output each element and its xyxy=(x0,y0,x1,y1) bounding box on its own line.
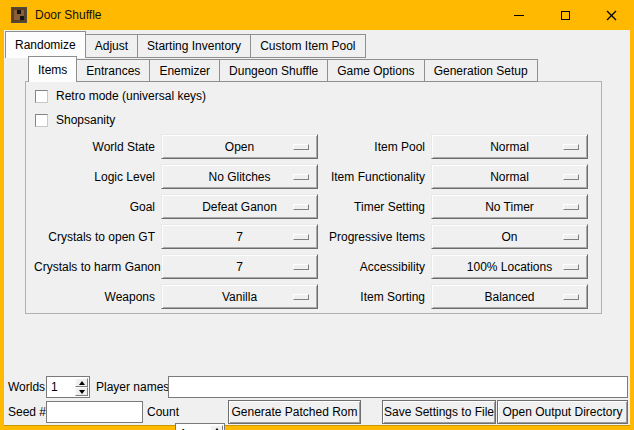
player-names-input[interactable] xyxy=(168,376,628,398)
crystals-gt-dropdown[interactable]: 7 xyxy=(161,224,318,249)
count-input[interactable] xyxy=(176,424,209,430)
retro-mode-row: Retro mode (universal keys) xyxy=(35,88,206,104)
accessibility-label: Accessibility xyxy=(314,260,431,274)
world-state-label: World State xyxy=(34,140,161,154)
worlds-spin-down-button[interactable] xyxy=(75,387,88,396)
seed-label: Seed # xyxy=(8,401,46,423)
count-spinbox xyxy=(175,423,225,430)
dropdown-indicator-icon xyxy=(293,264,309,270)
world-state-dropdown[interactable]: Open xyxy=(161,134,318,159)
minimize-button[interactable] xyxy=(496,0,542,30)
timer-setting-dropdown[interactable]: No Timer xyxy=(431,194,588,219)
arrow-up-icon xyxy=(79,381,85,385)
item-pool-dropdown[interactable]: Normal xyxy=(431,134,588,159)
tab-generation-setup[interactable]: Generation Setup xyxy=(424,59,538,82)
logic-level-row: Logic Level No Glitches xyxy=(34,164,318,189)
tab-adjust[interactable]: Adjust xyxy=(85,34,138,58)
item-pool-row: Item Pool Normal xyxy=(314,134,588,159)
shopsanity-checkbox[interactable] xyxy=(35,114,48,127)
item-functionality-label: Item Functionality xyxy=(314,170,431,184)
seed-input[interactable] xyxy=(46,401,143,423)
tab-randomize[interactable]: Randomize xyxy=(5,31,86,58)
close-icon xyxy=(606,10,617,21)
progressive-items-dropdown[interactable]: On xyxy=(431,224,588,249)
crystals-gt-row: Crystals to open GT 7 xyxy=(34,224,318,249)
logic-level-dropdown[interactable]: No Glitches xyxy=(161,164,318,189)
item-pool-label: Item Pool xyxy=(314,140,431,154)
dropdown-indicator-icon xyxy=(563,174,579,180)
worlds-spinbox xyxy=(46,376,90,398)
dropdown-indicator-icon xyxy=(293,234,309,240)
item-sorting-row: Item Sorting Balanced xyxy=(314,284,588,309)
dropdown-indicator-icon xyxy=(563,264,579,270)
dropdown-indicator-icon xyxy=(563,204,579,210)
accessibility-dropdown[interactable]: 100% Locations xyxy=(431,254,588,279)
item-functionality-dropdown[interactable]: Normal xyxy=(431,164,588,189)
tab-items[interactable]: Items xyxy=(28,56,77,82)
dropdown-indicator-icon xyxy=(563,294,579,300)
count-label: Count xyxy=(147,401,179,423)
dropdown-indicator-icon xyxy=(293,294,309,300)
accessibility-row: Accessibility 100% Locations xyxy=(314,254,588,279)
maximize-icon xyxy=(561,11,570,20)
items-tab-pane: Retro mode (universal keys) Shopsanity W… xyxy=(25,81,602,314)
timer-setting-label: Timer Setting xyxy=(314,200,431,214)
progressive-items-row: Progressive Items On xyxy=(314,224,588,249)
weapons-row: Weapons Vanilla xyxy=(34,284,318,309)
weapons-dropdown[interactable]: Vanilla xyxy=(161,284,318,309)
goal-row: Goal Defeat Ganon xyxy=(34,194,318,219)
tab-entrances[interactable]: Entrances xyxy=(76,59,150,82)
dropdown-indicator-icon xyxy=(293,144,309,150)
shopsanity-label: Shopsanity xyxy=(56,113,115,127)
app-window: Door Shuffle Randomize Adjust Starting I… xyxy=(0,0,634,430)
crystals-ganon-label: Crystals to harm Ganon xyxy=(34,260,161,274)
item-functionality-row: Item Functionality Normal xyxy=(314,164,588,189)
arrow-down-icon xyxy=(79,390,85,394)
weapons-label: Weapons xyxy=(34,290,161,304)
logic-level-label: Logic Level xyxy=(34,170,161,184)
options-column-left: World State Open Logic Level No Glitches… xyxy=(34,134,318,314)
dropdown-indicator-icon xyxy=(563,144,579,150)
worlds-label: Worlds xyxy=(8,376,45,398)
maximize-button[interactable] xyxy=(542,0,588,30)
retro-mode-label: Retro mode (universal keys) xyxy=(56,89,206,103)
tab-enemizer[interactable]: Enemizer xyxy=(149,59,220,82)
goal-dropdown[interactable]: Defeat Ganon xyxy=(161,194,318,219)
shopsanity-row: Shopsanity xyxy=(35,112,115,128)
item-sorting-label: Item Sorting xyxy=(314,290,431,304)
door-icon xyxy=(11,7,27,23)
item-sorting-dropdown[interactable]: Balanced xyxy=(431,284,588,309)
dropdown-indicator-icon xyxy=(293,174,309,180)
tab-dungeon-shuffle[interactable]: Dungeon Shuffle xyxy=(219,59,328,82)
world-state-row: World State Open xyxy=(34,134,318,159)
title-bar: Door Shuffle xyxy=(0,0,634,30)
options-column-right: Item Pool Normal Item Functionality Norm… xyxy=(314,134,588,314)
close-button[interactable] xyxy=(588,0,634,30)
progressive-items-label: Progressive Items xyxy=(314,230,431,244)
sub-tab-bar: Items Entrances Enemizer Dungeon Shuffle… xyxy=(28,56,538,82)
minimize-icon xyxy=(514,15,524,16)
save-settings-button[interactable]: Save Settings to File xyxy=(382,400,496,424)
crystals-gt-label: Crystals to open GT xyxy=(34,230,161,244)
crystals-ganon-row: Crystals to harm Ganon 7 xyxy=(34,254,318,279)
count-spin-up-button[interactable] xyxy=(210,425,223,430)
tab-starting-inventory[interactable]: Starting Inventory xyxy=(137,34,251,58)
open-output-directory-button[interactable]: Open Output Directory xyxy=(497,400,628,424)
player-names-label: Player names xyxy=(96,376,169,398)
crystals-ganon-dropdown[interactable]: 7 xyxy=(161,254,318,279)
goal-label: Goal xyxy=(34,200,161,214)
dropdown-indicator-icon xyxy=(563,234,579,240)
worlds-input[interactable] xyxy=(47,377,74,397)
timer-setting-row: Timer Setting No Timer xyxy=(314,194,588,219)
retro-mode-checkbox[interactable] xyxy=(35,90,48,103)
generate-patched-rom-button[interactable]: Generate Patched Rom xyxy=(228,400,361,424)
window-title: Door Shuffle xyxy=(35,8,102,22)
client-area: Randomize Adjust Starting Inventory Cust… xyxy=(4,30,630,426)
tab-game-options[interactable]: Game Options xyxy=(327,59,424,82)
dropdown-indicator-icon xyxy=(293,204,309,210)
worlds-spin-up-button[interactable] xyxy=(75,378,88,387)
main-tab-bar: Randomize Adjust Starting Inventory Cust… xyxy=(5,31,366,58)
tab-custom-item-pool[interactable]: Custom Item Pool xyxy=(250,34,365,58)
